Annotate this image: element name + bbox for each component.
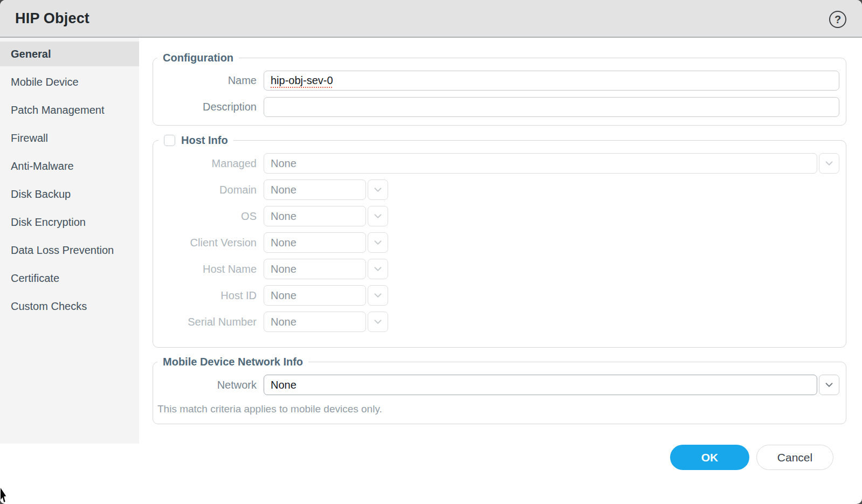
chevron-down-icon[interactable] — [368, 259, 388, 279]
name-value: hip-obj-sev-0 — [271, 74, 333, 87]
host-name-dropdown[interactable]: None — [264, 259, 388, 279]
name-input[interactable]: hip-obj-sev-0 — [264, 71, 839, 91]
cancel-button[interactable]: Cancel — [756, 445, 833, 470]
sidebar-item-disk-backup[interactable]: Disk Backup — [0, 182, 139, 206]
description-row: Description — [153, 97, 839, 117]
managed-dropdown-value[interactable]: None — [264, 153, 817, 174]
os-dropdown-value[interactable]: None — [264, 206, 366, 226]
os-row: OS None — [153, 206, 839, 226]
sidebar-item-data-loss-prevention[interactable]: Data Loss Prevention — [0, 238, 139, 263]
serial-number-dropdown-value[interactable]: None — [264, 312, 366, 332]
ok-button[interactable]: OK — [670, 445, 749, 470]
sidebar-item-custom-checks[interactable]: Custom Checks — [0, 294, 139, 319]
chevron-down-icon[interactable] — [819, 375, 839, 395]
host-name-row: Host Name None — [153, 259, 839, 279]
host-id-label: Host ID — [153, 289, 264, 302]
host-name-dropdown-value[interactable]: None — [264, 259, 366, 279]
dialog-titlebar: HIP Object ? — [0, 0, 862, 38]
host-id-row: Host ID None — [153, 285, 839, 306]
serial-number-row: Serial Number None — [153, 312, 839, 332]
sidebar-item-anti-malware[interactable]: Anti-Malware — [0, 154, 139, 178]
domain-row: Domain None — [153, 179, 839, 200]
name-label: Name — [153, 74, 264, 87]
managed-dropdown[interactable]: None — [264, 153, 839, 174]
configuration-section: Configuration Name hip-obj-sev-0 Descrip… — [153, 52, 846, 126]
client-version-label: Client Version — [153, 237, 264, 249]
sidebar-item-firewall[interactable]: Firewall — [0, 126, 139, 150]
hip-object-dialog: HIP Object ? General Mobile Device Patch… — [0, 0, 862, 504]
description-label: Description — [153, 101, 264, 113]
dialog-footer: OK Cancel — [153, 445, 846, 470]
domain-dropdown[interactable]: None — [264, 179, 388, 200]
os-label: OS — [153, 210, 264, 223]
host-info-legend: Host Info — [158, 134, 233, 147]
domain-dropdown-value[interactable]: None — [264, 179, 366, 200]
network-dropdown-value[interactable]: None — [264, 375, 817, 395]
sidebar-item-general[interactable]: General — [0, 42, 139, 66]
general-tab-panel: Configuration Name hip-obj-sev-0 Descrip… — [139, 38, 862, 504]
domain-label: Domain — [153, 184, 264, 196]
dialog-sidebar: General Mobile Device Patch Management F… — [0, 38, 139, 504]
sidebar-item-disk-encryption[interactable]: Disk Encryption — [0, 210, 139, 234]
chevron-down-icon[interactable] — [368, 232, 388, 253]
configuration-legend: Configuration — [157, 52, 239, 64]
client-version-row: Client Version None — [153, 232, 839, 253]
host-info-section: Host Info Managed None Domain None — [153, 134, 846, 348]
mobile-device-network-info-section: Mobile Device Network Info Network None … — [153, 356, 846, 424]
chevron-down-icon[interactable] — [368, 312, 388, 332]
managed-row: Managed None — [153, 153, 839, 174]
mobile-device-network-info-legend: Mobile Device Network Info — [157, 356, 308, 368]
sidebar-item-mobile-device[interactable]: Mobile Device — [0, 70, 139, 94]
managed-label: Managed — [153, 157, 264, 170]
host-id-dropdown-value[interactable]: None — [264, 285, 366, 306]
serial-number-label: Serial Number — [153, 316, 264, 328]
chevron-down-icon[interactable] — [368, 285, 388, 306]
description-input[interactable] — [264, 97, 839, 117]
chevron-down-icon[interactable] — [368, 206, 388, 226]
network-row: Network None — [153, 375, 839, 395]
chevron-down-icon[interactable] — [819, 153, 839, 174]
network-dropdown[interactable]: None — [264, 375, 839, 395]
os-dropdown[interactable]: None — [264, 206, 388, 226]
help-icon[interactable]: ? — [829, 11, 846, 28]
sidebar-item-patch-management[interactable]: Patch Management — [0, 98, 139, 122]
dialog-title: HIP Object — [15, 10, 89, 27]
host-info-checkbox[interactable] — [164, 135, 175, 146]
host-name-label: Host Name — [153, 263, 264, 275]
host-info-legend-label: Host Info — [181, 134, 228, 147]
name-row: Name hip-obj-sev-0 — [153, 71, 839, 91]
mobile-note: This match criteria applies to mobile de… — [157, 403, 839, 415]
host-id-dropdown[interactable]: None — [264, 285, 388, 306]
serial-number-dropdown[interactable]: None — [264, 312, 388, 332]
client-version-dropdown-value[interactable]: None — [264, 232, 366, 253]
network-label: Network — [153, 379, 264, 391]
client-version-dropdown[interactable]: None — [264, 232, 388, 253]
chevron-down-icon[interactable] — [368, 179, 388, 200]
sidebar-item-certificate[interactable]: Certificate — [0, 266, 139, 291]
